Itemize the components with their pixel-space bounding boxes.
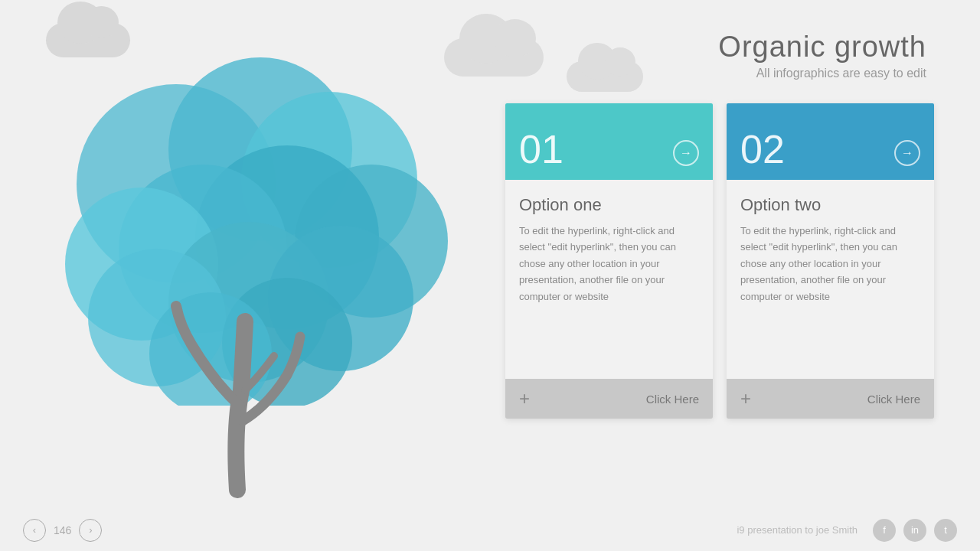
card-2-arrow[interactable]: → — [894, 140, 920, 166]
bottom-credit: i9 presentation to joe Smith — [737, 524, 858, 536]
card-1-description: To edit the hyperlink, right-click and s… — [519, 223, 699, 305]
card-2-body: Option two To edit the hyperlink, right-… — [727, 180, 934, 379]
arrow-right-icon: → — [680, 146, 692, 160]
card-2: 02 → Option two To edit the hyperlink, r… — [727, 103, 934, 419]
card-1: 01 → Option one To edit the hyperlink, r… — [505, 103, 713, 419]
social-icons: f in t — [873, 519, 957, 542]
card-1-header: 01 → — [505, 103, 713, 180]
card-2-footer[interactable]: + Click Here — [727, 379, 934, 419]
facebook-icon[interactable]: f — [873, 519, 896, 542]
nav-prev-button[interactable]: ‹ — [23, 519, 46, 542]
card-2-description: To edit the hyperlink, right-click and s… — [740, 223, 920, 305]
card-2-header: 02 → — [727, 103, 934, 180]
twitter-icon[interactable]: t — [934, 519, 957, 542]
card-1-title: Option one — [519, 195, 699, 215]
card-2-plus-icon: + — [740, 390, 751, 408]
card-1-body: Option one To edit the hyperlink, right-… — [505, 180, 713, 379]
card-2-number: 02 — [740, 129, 785, 169]
card-1-footer[interactable]: + Click Here — [505, 379, 713, 419]
subtitle: All infographics are easy to edit — [505, 67, 926, 80]
tree-illustration — [15, 23, 498, 528]
main-title: Organic growth — [505, 31, 926, 64]
cards-container: 01 → Option one To edit the hyperlink, r… — [505, 103, 934, 419]
arrow-right-icon-2: → — [901, 146, 913, 160]
bottom-bar: ‹ 146 › i9 presentation to joe Smith f i… — [0, 509, 980, 551]
card-2-title: Option two — [740, 195, 920, 215]
card-1-arrow[interactable]: → — [673, 140, 699, 166]
nav-next-button[interactable]: › — [79, 519, 102, 542]
right-panel: Organic growth All infographics are easy… — [505, 31, 934, 419]
card-1-click-label[interactable]: Click Here — [646, 393, 699, 406]
linkedin-icon[interactable]: in — [903, 519, 926, 542]
tree-trunk — [15, 276, 475, 505]
card-1-number: 01 — [519, 129, 564, 169]
page-number: 146 — [54, 524, 71, 536]
title-area: Organic growth All infographics are easy… — [505, 31, 934, 80]
card-1-plus-icon: + — [519, 390, 530, 408]
card-2-click-label[interactable]: Click Here — [867, 393, 920, 406]
